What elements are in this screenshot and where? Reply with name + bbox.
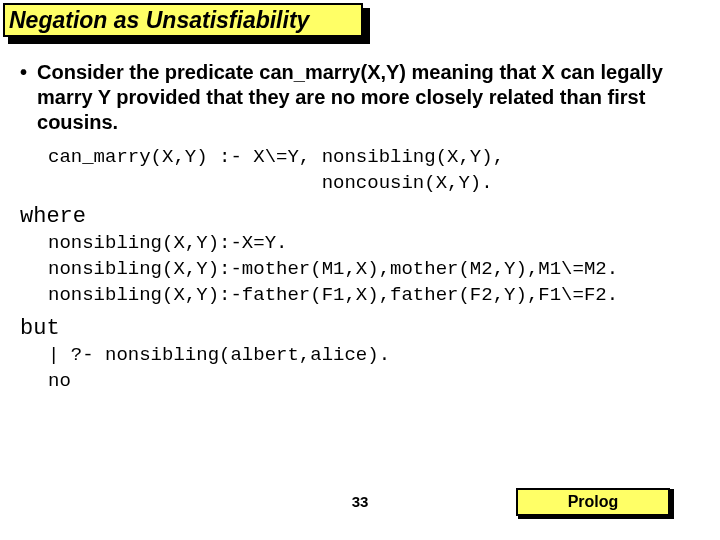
page-number: 33 — [352, 493, 369, 510]
code-line: nonsibling(X,Y):-X=Y. — [48, 232, 287, 254]
code-line: nonsibling(X,Y):-father(F1,X),father(F2,… — [48, 284, 618, 306]
intro-text: Consider the predicate can_marry(X,Y) me… — [37, 60, 700, 135]
but-label: but — [20, 316, 700, 341]
code-block-1: can_marry(X,Y) :- X\=Y, nonsibling(X,Y),… — [48, 145, 700, 196]
code-line: noncousin(X,Y). — [48, 172, 493, 194]
where-label: where — [20, 204, 700, 229]
slide-title: Negation as Unsatisfiability — [3, 3, 363, 37]
code-block-3: | ?- nonsibling(albert,alice). no — [48, 343, 700, 394]
code-block-2: nonsibling(X,Y):-X=Y. nonsibling(X,Y):-m… — [48, 231, 700, 308]
code-line: | ?- nonsibling(albert,alice). — [48, 344, 390, 366]
code-line: can_marry(X,Y) :- X\=Y, nonsibling(X,Y), — [48, 146, 504, 168]
content-area: • Consider the predicate can_marry(X,Y) … — [20, 60, 700, 394]
bullet-marker: • — [20, 60, 27, 84]
code-line: nonsibling(X,Y):-mother(M1,X),mother(M2,… — [48, 258, 618, 280]
code-line: no — [48, 370, 71, 392]
footer: 33 Prolog — [0, 482, 720, 516]
bullet-item: • Consider the predicate can_marry(X,Y) … — [20, 60, 700, 135]
topic-tag: Prolog — [516, 488, 670, 516]
